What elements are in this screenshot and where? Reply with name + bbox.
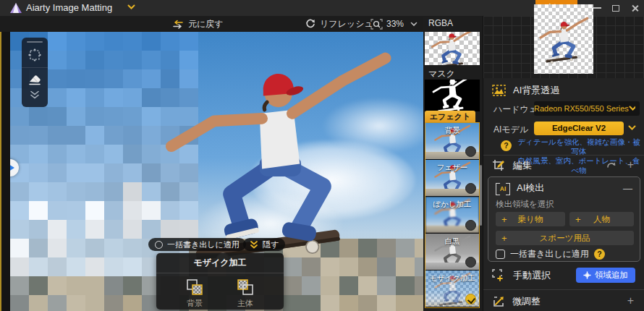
undo-arrows-icon [172,20,184,29]
app-menu-chevron-icon[interactable] [127,4,135,10]
collapse-section-icon[interactable]: — [623,183,632,194]
radio-unchecked-icon [155,241,163,249]
apply-batch-label: 一括書き出しに適用 [510,248,589,260]
model-description-line1: ディテールを強化、複雑な画像・被写体 [517,137,641,156]
canvas-left-highlight [0,32,1,311]
hardware-select[interactable]: Radeon RX550/550 Series [534,101,640,116]
maximize-icon [612,5,619,12]
toolbox-drag-handle[interactable] [27,41,43,43]
rgba-channel-label: RGBA [428,18,453,28]
effect-thumbnail-mosaic[interactable]: モザイク加工 [425,270,479,307]
double-chevron-down-icon [250,241,258,249]
effects-list: 背景 フェザー ぼかし加工 [425,122,480,308]
fine-tune-header: 微調整 [483,294,644,310]
fine-tune-icon [492,295,505,308]
refresh-label: リフレッシュ [320,18,373,30]
crosshair-plus-icon [583,271,591,279]
apply-batch-checkbox[interactable] [496,250,505,259]
zoom-control[interactable]: 33% [370,16,418,32]
refresh-icon [305,19,315,29]
mask-channel-label: マスク [428,68,455,80]
undo-button[interactable]: 元に戻す [172,16,224,32]
effect-thumbnail-blackwhite[interactable]: 白黒 [425,234,479,270]
maximize-button[interactable] [606,0,625,16]
edit-title: 編集 [513,159,532,172]
mosaic-background-option[interactable]: 背景 [186,278,203,309]
ai-badge-icon: AI [496,183,510,194]
mosaic-subject-label: 主体 [237,298,253,309]
hide-pill-label: 隠す [263,239,279,250]
detect-sports-button[interactable]: + スポーツ用品 [496,231,634,245]
model-chevron-icon[interactable] [628,125,636,131]
scrollbar-thumb[interactable] [480,165,482,226]
effect-check-circle[interactable] [465,294,476,304]
add-region-button[interactable]: 領域追加 [576,268,635,283]
mosaic-popup-title: モザイク加工 [156,253,284,269]
divider [483,289,644,290]
effect-check-circle[interactable] [465,183,476,194]
hide-pill[interactable]: 隠す [243,238,285,251]
model-select[interactable]: EdgeClear V2 [534,122,624,135]
effect-check-circle[interactable] [465,257,476,268]
preview-image [536,14,591,69]
rgba-thumb-image [428,32,475,65]
mosaic-background-label: 背景 [187,298,203,309]
edit-undo-icon[interactable] [606,161,617,169]
refresh-button[interactable]: リフレッシュ [305,16,373,32]
result-preview-thumbnail[interactable] [534,4,593,74]
ai-detection-section: AI AI検出 — 検出領域を選択 + 乗り物 + 人物 + スポーツ用品 一括… [488,176,640,262]
mosaic-popup: モザイク加工 背景 主体 [156,253,284,310]
play-triangle-icon [10,164,14,171]
apply-to-batch-pill[interactable]: 一括書き出しに適用 [148,238,246,251]
zoom-value: 33% [386,19,404,29]
fine-tune-add-icon[interactable]: + [627,295,634,307]
bg-removal-icon [492,85,506,96]
minimize-icon [593,7,601,9]
plus-icon: + [575,214,581,225]
plus-icon: + [501,233,507,244]
undo-label: 元に戻す [188,18,224,30]
bg-removal-title: AI背景透過 [513,84,559,97]
rgba-thumbnail[interactable] [425,32,480,65]
eraser-icon[interactable] [27,73,42,85]
floating-toolbox [22,38,48,107]
ai-detection-title: AI検出 [517,182,544,195]
hardware-chevron-icon [629,106,635,111]
image-canvas[interactable]: 一括書き出しに適用 隠す モザイク加工 背景 [10,32,423,311]
effect-check-circle[interactable] [465,220,476,231]
apply-batch-help-icon[interactable]: ? [594,249,605,260]
mosaic-subject-icon [237,278,254,296]
close-icon [631,4,639,12]
effect-thumbnail-background[interactable]: 背景 [425,123,479,160]
add-region-label: 領域追加 [595,270,628,281]
mask-thumbnail[interactable] [425,80,480,111]
effect-thumbnail-feather[interactable]: フェザー [425,160,479,197]
zoom-chevron-icon [410,22,418,27]
toolbox-divider [22,67,48,68]
edit-add-icon[interactable]: + [627,159,634,171]
bg-removal-section-header: AI背景透過 [483,82,644,98]
apply-batch-checkbox-row: 一括書き出しに適用 ? [496,248,605,260]
apply-pill-label: 一括書き出しに適用 [167,239,240,250]
collapse-chevrons-icon[interactable] [30,90,40,99]
model-label: AIモデル [493,124,528,136]
close-button[interactable] [625,0,644,16]
hardware-value: Radeon RX550/550 Series [534,104,629,113]
effect-check-circle[interactable] [465,146,476,157]
detect-subtitle: 検出領域を選択 [496,199,554,210]
app-logo-icon [9,2,22,14]
app-window: Aiarty Image Matting 更新あり 元に戻す リフレッシュ [0,0,644,311]
detect-vehicle-button[interactable]: + 乗り物 [496,212,565,226]
mosaic-subject-option[interactable]: 主体 [237,278,254,309]
edit-crop-icon [492,159,506,172]
model-help-icon[interactable]: ? [501,140,512,151]
effect-tab[interactable]: エフェクト [425,111,475,122]
detect-person-button[interactable]: + 人物 [569,212,634,226]
channels-column: RGBA マスク エフェクト 背景 フェザー [423,16,483,311]
effect-thumbnail-blur[interactable]: ぼかし加工 [425,197,479,234]
canvas-left-gutter [0,32,10,311]
manual-select-icon [492,269,506,282]
move-transform-icon[interactable] [27,48,42,62]
canvas-toolbar: 元に戻す リフレッシュ 33% [0,16,423,32]
magnifier-icon [370,19,383,30]
